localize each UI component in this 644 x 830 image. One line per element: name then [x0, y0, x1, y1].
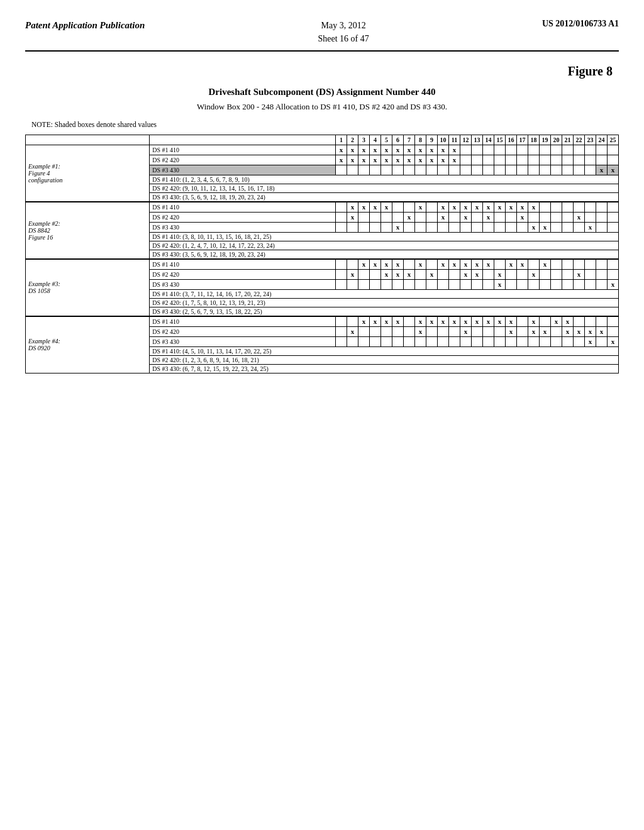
cell-4	[370, 269, 381, 279]
x-mark: x	[385, 203, 389, 211]
header-col-18: 18	[528, 135, 540, 145]
main-content: Driveshaft Subcomponent (DS) Assignment …	[25, 85, 619, 374]
x-mark: x	[396, 270, 400, 278]
x-mark: x	[453, 146, 457, 153]
cell-5	[381, 222, 392, 232]
cell-23: x	[585, 222, 596, 232]
x-mark: x	[374, 260, 377, 268]
cell-3: x	[358, 145, 370, 155]
x-mark: x	[543, 328, 547, 335]
cell-18	[528, 336, 540, 346]
header-center: May 3, 2012 Sheet 16 of 47	[318, 19, 369, 45]
x-mark: x	[532, 328, 536, 335]
x-mark: x	[611, 166, 615, 174]
cell-20	[551, 155, 562, 165]
ds-label: DS #1 410	[150, 316, 336, 327]
cell-16: x	[506, 316, 517, 327]
example-label: Example #1:Figure 4configuration	[26, 145, 150, 202]
cell-7	[404, 326, 415, 336]
ds-label: DS #1 410	[150, 145, 336, 155]
cell-19: x	[540, 259, 551, 270]
x-mark: x	[464, 213, 468, 221]
cell-18: x	[528, 326, 540, 336]
cell-12: x	[460, 202, 472, 213]
cell-21: x	[562, 316, 574, 327]
header-col-24: 24	[596, 135, 608, 145]
cell-8: x	[415, 155, 426, 165]
cell-18	[528, 212, 540, 222]
header-col-6: 6	[392, 135, 404, 145]
detail-text: DS #2 420: (1, 2, 4, 7, 10, 12, 14, 17, …	[150, 241, 619, 250]
cell-25	[608, 316, 619, 327]
cell-24	[596, 155, 608, 165]
x-mark: x	[362, 318, 366, 325]
ds-label: DS #3 430	[150, 336, 336, 346]
x-mark: x	[589, 328, 592, 335]
header-col-8: 8	[415, 135, 426, 145]
cell-8: x	[415, 326, 426, 336]
header-col-13: 13	[472, 135, 483, 145]
cell-22	[574, 279, 585, 289]
cell-9: x	[426, 316, 438, 327]
cell-21	[562, 259, 574, 270]
patent-number: US 2012/0106733 A1	[542, 19, 619, 28]
cell-11: x	[449, 155, 460, 165]
header-col-11: 11	[449, 135, 460, 145]
x-mark: x	[453, 203, 457, 211]
x-mark: x	[521, 203, 525, 211]
cell-15	[494, 145, 506, 155]
cell-19	[540, 202, 551, 213]
x-mark: x	[532, 270, 536, 278]
cell-11	[449, 165, 460, 175]
cell-3	[358, 279, 370, 289]
x-mark: x	[351, 203, 355, 211]
x-mark: x	[509, 260, 513, 268]
table-row: Example #3:DS 1058DS #1 410xxxxxxxxxxxxx	[26, 259, 619, 270]
x-mark: x	[600, 328, 604, 335]
cell-21	[562, 165, 574, 175]
cell-7	[404, 336, 415, 346]
detail-text: DS #1 410: (1, 2, 3, 4, 5, 6, 7, 8, 9, 1…	[150, 175, 619, 184]
cell-18	[528, 145, 540, 155]
cell-16: x	[506, 259, 517, 270]
cell-2	[347, 222, 358, 232]
x-mark: x	[374, 318, 377, 325]
cell-14	[483, 336, 494, 346]
header-col-20: 20	[551, 135, 562, 145]
x-mark: x	[464, 318, 468, 325]
cell-13	[472, 145, 483, 155]
cell-20	[551, 279, 562, 289]
cell-25	[608, 222, 619, 232]
cell-9	[426, 202, 438, 213]
table-wrapper: 1 2 3 4 5 6 7 8 9 10 11 12 13 14	[25, 135, 619, 374]
detail-text: DS #2 420: (1, 7, 5, 8, 10, 12, 13, 19, …	[150, 298, 619, 307]
x-mark: x	[566, 328, 570, 335]
cell-9	[426, 165, 438, 175]
cell-4: x	[370, 155, 381, 165]
x-mark: x	[532, 223, 536, 231]
cell-14	[483, 165, 494, 175]
cell-16	[506, 222, 517, 232]
x-mark: x	[498, 318, 502, 325]
cell-13	[472, 279, 483, 289]
example-label: Example #4:DS 0920	[26, 316, 150, 374]
x-mark: x	[374, 146, 377, 153]
detail-text: DS #1 410: (3, 7, 11, 12, 14, 16, 17, 20…	[150, 289, 619, 298]
cell-8	[415, 212, 426, 222]
cell-1	[336, 202, 347, 213]
cell-11	[449, 279, 460, 289]
cell-14: x	[483, 259, 494, 270]
cell-10: x	[438, 212, 449, 222]
x-mark: x	[351, 328, 355, 335]
cell-10	[438, 279, 449, 289]
x-mark: x	[362, 146, 366, 153]
cell-19	[540, 212, 551, 222]
x-mark: x	[374, 203, 377, 211]
cell-1	[336, 165, 347, 175]
cell-5	[381, 326, 392, 336]
cell-25	[608, 326, 619, 336]
cell-4: x	[370, 202, 381, 213]
detail-text: DS #1 410: (3, 8, 10, 11, 13, 15, 16, 18…	[150, 232, 619, 241]
cell-21	[562, 222, 574, 232]
cell-19	[540, 269, 551, 279]
